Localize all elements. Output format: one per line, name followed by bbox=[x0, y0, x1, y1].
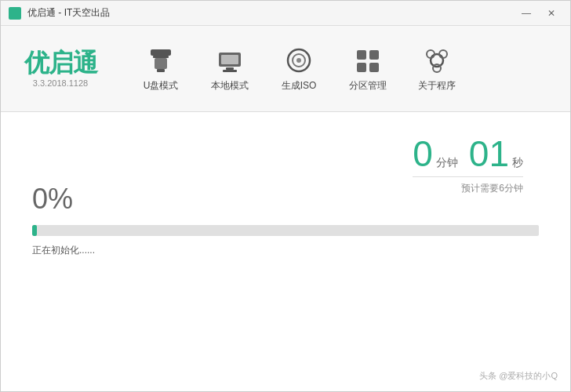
timer-minutes-value: 0 bbox=[413, 136, 433, 172]
toolbar: 优启通 3.3.2018.1128 U盘模式 bbox=[1, 26, 570, 112]
app-window: 优启通 - IT天空出品 — ✕ 优启通 3.3.2018.1128 bbox=[0, 0, 571, 392]
brand-area: 优启通 3.3.2018.1128 bbox=[13, 50, 107, 88]
title-bar-left: 优启通 - IT天空出品 bbox=[9, 6, 110, 20]
progress-bar-fill bbox=[32, 225, 37, 236]
nav-item-partition[interactable]: 分区管理 bbox=[333, 38, 402, 100]
close-button[interactable]: ✕ bbox=[540, 5, 562, 21]
local-icon bbox=[214, 45, 245, 76]
nav-label-about: 关于程序 bbox=[418, 79, 456, 93]
about-icon bbox=[421, 45, 453, 76]
svg-rect-6 bbox=[226, 67, 234, 70]
svg-rect-5 bbox=[221, 55, 238, 64]
svg-rect-2 bbox=[155, 58, 167, 69]
nav-items: U盘模式 本地模式 bbox=[126, 38, 558, 100]
nav-item-iso[interactable]: 生成ISO bbox=[264, 38, 333, 100]
progress-status: 正在初始化...... bbox=[32, 244, 539, 257]
timer-area: 0 分钟 01 秒 预计需要6分钟 bbox=[413, 136, 523, 195]
svg-rect-0 bbox=[151, 49, 171, 56]
nav-label-iso: 生成ISO bbox=[282, 79, 317, 93]
iso-icon bbox=[283, 45, 315, 76]
svg-rect-14 bbox=[369, 63, 379, 72]
window-title: 优启通 - IT天空出品 bbox=[27, 6, 110, 20]
timer-estimate: 预计需要6分钟 bbox=[461, 182, 523, 195]
usb-icon bbox=[145, 45, 176, 76]
progress-bar-container bbox=[32, 225, 539, 236]
nav-item-local[interactable]: 本地模式 bbox=[195, 38, 264, 100]
app-icon-small bbox=[9, 7, 21, 20]
watermark: 头条 @爱科技的小Q bbox=[479, 370, 558, 382]
nav-label-partition: 分区管理 bbox=[349, 79, 387, 93]
svg-rect-7 bbox=[223, 70, 237, 72]
title-bar-controls: — ✕ bbox=[515, 5, 562, 21]
timer-row: 0 分钟 01 秒 bbox=[413, 136, 523, 177]
nav-label-local: 本地模式 bbox=[211, 79, 249, 93]
brand-version: 3.3.2018.1128 bbox=[33, 78, 88, 88]
minimize-button[interactable]: — bbox=[515, 5, 537, 21]
timer-seconds-unit: 秒 bbox=[512, 156, 523, 170]
title-bar: 优启通 - IT天空出品 — ✕ bbox=[1, 1, 570, 26]
svg-rect-1 bbox=[153, 56, 169, 58]
timer-seconds-value: 01 bbox=[469, 136, 509, 172]
main-content: 0 分钟 01 秒 预计需要6分钟 0% 正在初始化...... 头条 @爱科技… bbox=[1, 112, 570, 391]
svg-point-18 bbox=[433, 64, 441, 72]
partition-icon bbox=[352, 45, 384, 76]
svg-point-10 bbox=[296, 58, 301, 63]
nav-label-usb: U盘模式 bbox=[144, 79, 179, 93]
svg-rect-3 bbox=[157, 69, 165, 72]
brand-logo: 优启通 bbox=[24, 50, 97, 75]
svg-rect-12 bbox=[369, 50, 379, 60]
nav-item-usb[interactable]: U盘模式 bbox=[126, 38, 195, 100]
svg-rect-11 bbox=[357, 50, 366, 60]
timer-minutes-unit: 分钟 bbox=[436, 156, 458, 170]
svg-rect-13 bbox=[357, 63, 366, 72]
nav-item-about[interactable]: 关于程序 bbox=[402, 38, 471, 100]
